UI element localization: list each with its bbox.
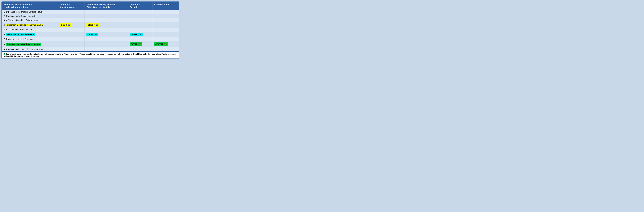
- ledger-cell: [85, 41, 128, 47]
- ledger-cell: [128, 18, 152, 22]
- ledger-cell: [85, 14, 128, 18]
- ledger-cell: DEBITqb: [128, 41, 152, 47]
- ledger-cell: [128, 22, 152, 28]
- col-inventory-asset: Inventory Asset account: [58, 2, 85, 10]
- table-row: 7. Payment is created Draft status: [2, 37, 179, 41]
- action-cell: 6. Bill is marked Posted status: [2, 32, 58, 37]
- action-text: Bill is marked Posted status: [6, 33, 35, 36]
- row-number: 1.: [4, 11, 6, 13]
- ledger-cell: [85, 10, 128, 14]
- action-cell: 9. Purchase order marked Completed statu…: [2, 47, 58, 52]
- ledger-cell: [128, 37, 152, 41]
- col-cash-on-hand: Cash on hand: [152, 2, 179, 10]
- ledger-cell: [152, 37, 179, 41]
- footer-row: *Currently, if connected to QuickBooks d…: [2, 52, 179, 58]
- badge-label: CREDIT: [131, 33, 138, 36]
- ledger-cell: [58, 37, 85, 41]
- row-number: 7.: [4, 38, 6, 40]
- badge-container: DEBIT: [86, 33, 126, 36]
- action-text: A Shipment is added Editable status: [6, 19, 40, 21]
- action-cell: 8. Payment is marked Posted status*: [2, 41, 58, 47]
- badge-container: CREDIT: [130, 33, 150, 36]
- ledger-cell: CREDITqb: [152, 41, 179, 47]
- ledger-table: Actions in Finale Inventory Leads to led…: [2, 2, 179, 58]
- table-row: 6. Bill is marked Posted statusDEBITCRED…: [2, 32, 179, 37]
- ledger-cell: [128, 14, 152, 18]
- ledger-cell: [128, 10, 152, 14]
- lines-decoration-icon: [96, 24, 98, 26]
- action-cell: 1. Purchase order created Editable statu…: [2, 10, 58, 14]
- footer-cell: *Currently, if connected to QuickBooks d…: [2, 52, 179, 58]
- lines-decoration-icon: [140, 34, 142, 35]
- table-header-row: Actions in Finale Inventory Leads to led…: [2, 2, 179, 10]
- ledger-cell: [152, 47, 179, 52]
- ledger-cell: [152, 14, 179, 18]
- debit-credit-badge: CREDITqb: [154, 42, 168, 46]
- ledger-cell: [58, 32, 85, 37]
- ledger-cell: [58, 41, 85, 47]
- badge-label: CREDIT: [88, 24, 95, 26]
- col-purchase-clearing: Purchase Clearing Account Other Current …: [85, 2, 128, 10]
- ledger-cell: [152, 28, 179, 32]
- ledger-cell: [85, 28, 128, 32]
- ledger-cell: [85, 47, 128, 52]
- action-cell: 4. Shipment is marked Received status: [2, 22, 58, 28]
- row-number: 2.: [4, 15, 6, 17]
- action-cell: 2. Purchase order Committed status: [2, 14, 58, 18]
- col-accounts-payable: Accounts Payable: [128, 2, 152, 10]
- action-cell: 5. Bill is created with Draft status: [2, 28, 58, 32]
- table-row: 5. Bill is created with Draft status: [2, 28, 179, 32]
- row-number: 5.: [4, 29, 6, 31]
- row-number: 9.: [4, 48, 6, 50]
- table-row: 9. Purchase order marked Completed statu…: [2, 47, 179, 52]
- badge-label: DEBIT: [88, 33, 94, 36]
- debit-credit-badge: CREDIT: [130, 33, 143, 36]
- row-number: 3.: [4, 19, 6, 21]
- badge-container: DEBITqb: [130, 42, 150, 46]
- table-row: 3. A Shipment is added Editable status: [2, 18, 179, 22]
- ledger-cell: [128, 47, 152, 52]
- ledger-cell: [58, 47, 85, 52]
- badge-label: CREDIT: [155, 43, 163, 45]
- table-row: 8. Payment is marked Posted status*DEBIT…: [2, 41, 179, 47]
- action-text: Purchase order marked Completed status: [6, 48, 44, 50]
- action-text: Payment is created Draft status: [6, 38, 35, 40]
- action-text: Purchase order created Editable status: [6, 11, 42, 13]
- lines-decoration-icon: [68, 24, 70, 26]
- ledger-cell: [85, 18, 128, 22]
- table-row: 4. Shipment is marked Received statusDEB…: [2, 22, 179, 28]
- badge-container: CREDIT: [86, 23, 126, 27]
- lines-decoration-icon: [95, 34, 97, 35]
- col-actions: Actions in Finale Inventory Leads to led…: [2, 2, 58, 10]
- ledger-cell: CREDIT: [85, 22, 128, 28]
- ledger-cell: [58, 14, 85, 18]
- table-row: 2. Purchase order Committed status: [2, 14, 179, 18]
- action-cell: 7. Payment is created Draft status: [2, 37, 58, 41]
- ledger-cell: [152, 32, 179, 37]
- debit-credit-badge: DEBITqb: [130, 42, 142, 46]
- ledger-cell: [152, 22, 179, 28]
- footer-star: *: [4, 53, 5, 55]
- row-number: 6.: [4, 33, 6, 36]
- ledger-cell: CREDIT: [128, 32, 152, 37]
- action-text: Purchase order Committed status: [6, 15, 37, 17]
- action-text: Payment is marked Posted status*: [6, 43, 41, 46]
- badge-container: DEBIT: [60, 23, 83, 27]
- ledger-cell: [58, 28, 85, 32]
- action-text: Shipment is marked Received status: [6, 24, 43, 26]
- row-number: 4.: [4, 24, 6, 26]
- row-number: 8.: [4, 43, 6, 45]
- quickbooks-icon: qb: [138, 43, 141, 46]
- ledger-cell: [128, 28, 152, 32]
- ledger-cell: [58, 18, 85, 22]
- badge-container: CREDITqb: [154, 42, 177, 46]
- badge-label: DEBIT: [131, 43, 137, 45]
- ledger-cell: DEBIT: [85, 32, 128, 37]
- badge-label: DEBIT: [61, 24, 67, 26]
- ledger-cell: [152, 10, 179, 14]
- action-cell: 3. A Shipment is added Editable status: [2, 18, 58, 22]
- debit-credit-badge: DEBIT: [86, 33, 98, 36]
- footer-text: Currently, if connected to QuickBooks do…: [4, 53, 176, 57]
- ledger-cell: DEBIT: [58, 22, 85, 28]
- action-text: Bill is created with Draft status: [6, 29, 34, 31]
